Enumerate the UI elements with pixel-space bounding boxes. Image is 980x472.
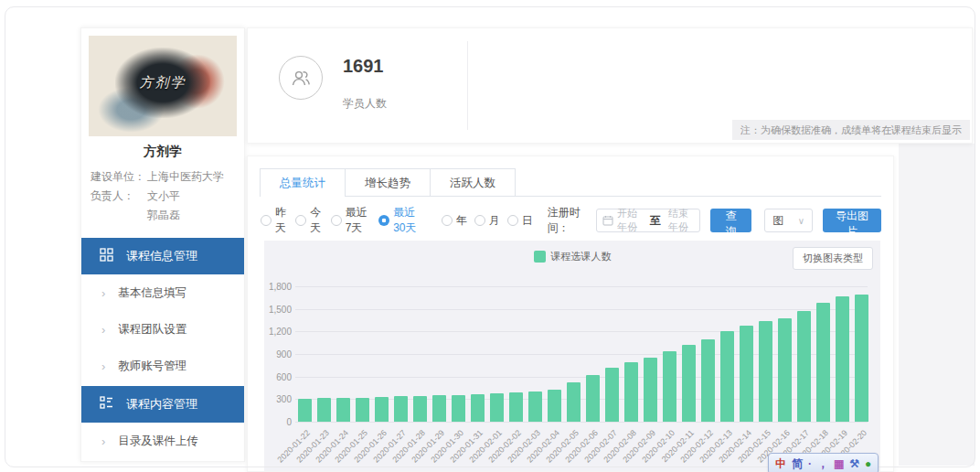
soft-keyboard-icon[interactable]: ▦ <box>834 458 844 469</box>
bar-2020-02-14[interactable] <box>740 326 753 422</box>
bar-slot <box>410 286 430 422</box>
query-button[interactable]: 查询 <box>710 209 751 232</box>
bar-2020-02-01[interactable] <box>490 393 504 422</box>
bar-2020-02-06[interactable] <box>586 375 600 422</box>
bar-2020-02-13[interactable] <box>720 331 734 422</box>
bar-slot <box>679 286 698 422</box>
bar-slot <box>314 286 334 422</box>
bar-slot <box>852 286 871 422</box>
bar-slot <box>756 286 775 422</box>
chart-type-select[interactable]: 图 ∨ <box>764 209 813 232</box>
bar-2020-01-27[interactable] <box>394 396 408 422</box>
course-thumbnail-image: 方剂学 <box>89 36 237 136</box>
sidebar-item-label: 课程团队设置 <box>118 322 186 338</box>
bar-slot <box>334 286 353 422</box>
bar-2020-01-22[interactable] <box>298 399 312 422</box>
bar-2020-02-16[interactable] <box>778 318 792 422</box>
radio-circle-icon <box>442 215 453 226</box>
grid-icon <box>100 248 126 264</box>
chevron-right-icon: › <box>101 323 105 337</box>
sidebar-item-基本信息填写[interactable]: ›基本信息填写 <box>81 274 244 311</box>
chinese-mode-icon[interactable]: 中 <box>775 458 786 469</box>
bar-2020-02-17[interactable] <box>797 311 811 422</box>
radio-circle-icon <box>507 215 518 226</box>
bar-2020-02-05[interactable] <box>567 382 581 422</box>
info-value: 郭晶磊 <box>147 208 180 223</box>
tab-总量统计[interactable]: 总量统计 <box>260 168 345 197</box>
bar-slot <box>487 286 506 422</box>
granularity-radio-月[interactable]: 月 <box>474 213 500 229</box>
bar-2020-01-28[interactable] <box>413 396 427 422</box>
bar-2020-02-03[interactable] <box>528 392 542 422</box>
bar-2020-01-25[interactable] <box>356 398 369 422</box>
date-separator: 至 <box>650 213 661 229</box>
radio-circle-icon <box>474 215 485 226</box>
bar-2020-02-02[interactable] <box>509 392 523 422</box>
y-axis-tick: 0 <box>264 417 292 427</box>
y-axis-tick: 1,200 <box>264 327 292 337</box>
radio-circle-icon <box>331 215 342 226</box>
help-globe-icon[interactable]: ● <box>865 458 871 469</box>
register-time-label: 注册时间： <box>548 205 591 236</box>
tab-增长趋势[interactable]: 增长趋势 <box>345 168 430 196</box>
bar-2020-02-12[interactable] <box>701 339 715 422</box>
granularity-radio-日[interactable]: 日 <box>507 213 533 229</box>
course-info: 建设单位：上海中医药大学负责人：文小平郭晶磊 <box>81 169 244 236</box>
bar-slot <box>641 286 660 422</box>
bar-2020-01-24[interactable] <box>336 398 350 422</box>
export-image-button[interactable]: 导出图片 <box>823 209 881 232</box>
bar-slot <box>526 286 545 422</box>
info-value: 上海中医药大学 <box>147 169 224 185</box>
bar-slot <box>449 286 468 422</box>
bar-2020-01-26[interactable] <box>375 397 389 422</box>
chevron-right-icon: › <box>101 359 105 373</box>
sidebar-section-课程信息管理[interactable]: 课程信息管理 <box>81 238 244 274</box>
y-axis-tick: 300 <box>264 394 292 404</box>
granularity-radio-年[interactable]: 年 <box>442 213 467 229</box>
bar-2020-01-30[interactable] <box>452 395 465 422</box>
bar-2020-02-11[interactable] <box>682 345 696 422</box>
range-radio-昨天[interactable]: 昨天 <box>261 205 288 236</box>
bar-2020-02-08[interactable] <box>624 362 638 422</box>
ime-language-bar[interactable]: 中简·，▦⚒● <box>768 453 879 472</box>
bar-slot <box>468 286 487 422</box>
sidebar-menu: 课程信息管理›基本信息填写›课程团队设置›教师账号管理课程内容管理›目录及课件上… <box>81 238 244 459</box>
range-radio-最近30天[interactable]: 最近30天 <box>378 205 424 236</box>
register-date-range-input[interactable]: 开始年份 至 结束年份 <box>596 209 700 232</box>
sidebar-section-课程内容管理[interactable]: 课程内容管理 <box>81 386 244 423</box>
bar-2020-02-20[interactable] <box>855 295 868 422</box>
bar-2020-02-04[interactable] <box>548 390 561 422</box>
bar-2020-02-10[interactable] <box>663 351 676 422</box>
bars-container <box>295 286 871 422</box>
sidebar-item-课程团队设置[interactable]: ›课程团队设置 <box>81 311 244 348</box>
bar-2020-02-18[interactable] <box>816 303 830 422</box>
course-sidebar: 方剂学 方剂学 建设单位：上海中医药大学负责人：文小平郭晶磊 课程信息管理›基本… <box>80 27 245 462</box>
tab-活跃人数[interactable]: 活跃人数 <box>430 168 516 196</box>
bar-2020-02-15[interactable] <box>759 321 772 422</box>
bar-2020-01-29[interactable] <box>432 395 446 422</box>
sidebar-item-教师账号管理[interactable]: ›教师账号管理 <box>81 348 244 384</box>
bar-2020-02-19[interactable] <box>836 296 849 422</box>
radio-label: 日 <box>522 213 533 229</box>
date-start-placeholder: 开始年份 <box>617 207 643 234</box>
radio-circle-icon <box>378 215 389 226</box>
range-radio-最近7天[interactable]: 最近7天 <box>331 205 371 236</box>
bar-2020-01-31[interactable] <box>471 394 485 422</box>
half-shape-icon[interactable]: · <box>808 458 812 469</box>
sidebar-item-目录及课件上传[interactable]: ›目录及课件上传 <box>81 423 244 459</box>
students-icon <box>279 56 323 100</box>
bar-slot <box>391 286 410 422</box>
punctuation-icon[interactable]: ， <box>817 458 828 469</box>
simplified-icon[interactable]: 简 <box>792 458 803 469</box>
info-label <box>91 208 147 223</box>
radio-circle-icon <box>295 215 306 226</box>
bar-2020-01-23[interactable] <box>317 398 331 422</box>
card-divider <box>467 41 468 130</box>
bar-2020-02-09[interactable] <box>644 358 657 422</box>
bar-2020-02-07[interactable] <box>605 368 619 422</box>
date-end-placeholder: 结束年份 <box>668 207 694 234</box>
tool-wrench-icon[interactable]: ⚒ <box>849 458 859 469</box>
range-radio-今天[interactable]: 今天 <box>295 205 323 236</box>
y-axis-tick: 1,500 <box>264 305 292 315</box>
bar-slot <box>698 286 718 422</box>
